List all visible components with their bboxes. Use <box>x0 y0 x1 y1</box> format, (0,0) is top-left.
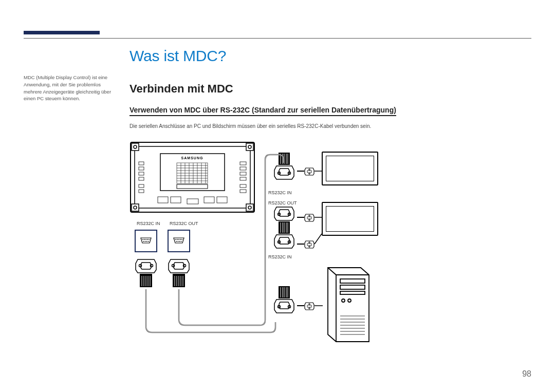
brand-label: SAMSUNG <box>181 156 203 160</box>
body-paragraph: Die seriellen Anschlüsse an PC und Bilds… <box>130 123 371 129</box>
svg-point-129 <box>348 299 351 302</box>
sidebar-note: MDC (Multiple Display Control) ist eine … <box>24 74 116 102</box>
pc-tower-icon <box>322 265 373 347</box>
svg-rect-36 <box>240 177 246 180</box>
svg-rect-35 <box>240 172 246 175</box>
svg-point-8 <box>134 206 137 209</box>
svg-rect-37 <box>240 184 246 188</box>
svg-point-58 <box>176 241 177 242</box>
db9-plug-icon <box>273 234 297 254</box>
svg-rect-28 <box>139 167 144 170</box>
svg-rect-41 <box>204 197 214 203</box>
svg-point-45 <box>144 239 145 240</box>
svg-rect-29 <box>139 172 144 175</box>
heading-level-2: Verbinden mit MDC <box>130 82 233 96</box>
document-page: Was ist MDC? MDC (Multiple Display Contr… <box>0 0 555 392</box>
svg-point-44 <box>142 239 143 240</box>
svg-point-56 <box>180 239 181 240</box>
svg-rect-31 <box>139 184 144 188</box>
svg-point-59 <box>178 241 179 242</box>
port-label-out: RS232C OUT <box>268 200 297 206</box>
port-label-in: RS232C IN <box>268 254 292 259</box>
svg-line-143 <box>314 234 322 244</box>
serial-port-in-icon <box>135 230 157 252</box>
section-tab-marker <box>24 31 100 34</box>
svg-point-7 <box>248 145 251 148</box>
svg-rect-127 <box>340 291 365 294</box>
svg-point-128 <box>342 299 345 302</box>
svg-point-54 <box>177 239 178 240</box>
svg-rect-42 <box>217 197 227 203</box>
port-label-in: RS232C IN <box>268 190 292 195</box>
svg-rect-27 <box>139 162 144 165</box>
svg-rect-63 <box>140 274 152 276</box>
svg-point-9 <box>248 206 251 209</box>
heading-level-3: Verwenden von MDC über RS-232C (Standard… <box>130 106 396 116</box>
svg-point-61 <box>181 241 182 242</box>
svg-rect-72 <box>173 274 185 276</box>
svg-rect-40 <box>171 197 181 203</box>
display-back-panel-icon: SAMSUNG <box>130 141 255 213</box>
monitor-icon <box>322 202 378 236</box>
svg-point-53 <box>175 239 176 240</box>
port-label-in: RS232C IN <box>137 221 160 226</box>
svg-rect-39 <box>158 197 168 203</box>
serial-port-female-icon <box>304 213 314 229</box>
horizontal-rule <box>24 38 531 39</box>
svg-point-60 <box>179 241 180 242</box>
svg-rect-126 <box>340 285 365 289</box>
serial-port-female-icon <box>304 240 314 255</box>
svg-point-49 <box>143 241 144 242</box>
db9-plug-icon <box>273 152 297 190</box>
connection-diagram: SAMSUNG <box>130 141 397 357</box>
svg-point-6 <box>134 145 137 148</box>
serial-port-female-icon <box>304 167 314 182</box>
svg-rect-30 <box>139 177 144 180</box>
db9-plug-icon <box>133 258 159 289</box>
svg-point-52 <box>148 241 149 242</box>
page-number: 98 <box>522 369 531 379</box>
svg-point-48 <box>149 239 150 240</box>
svg-point-50 <box>145 241 146 242</box>
svg-point-57 <box>181 239 182 240</box>
svg-rect-125 <box>340 279 365 283</box>
svg-rect-43 <box>187 199 198 204</box>
svg-point-51 <box>146 241 147 242</box>
monitor-icon <box>322 152 378 185</box>
svg-rect-34 <box>240 167 246 170</box>
svg-rect-26 <box>177 184 208 189</box>
db9-plug-icon <box>273 285 297 323</box>
svg-rect-33 <box>240 162 246 165</box>
page-title: Was ist MDC? <box>130 47 226 65</box>
svg-point-46 <box>145 239 146 240</box>
svg-rect-32 <box>139 190 144 193</box>
serial-port-female-icon <box>304 302 314 317</box>
serial-port-out-icon <box>168 230 190 252</box>
svg-point-55 <box>178 239 179 240</box>
svg-point-47 <box>147 239 148 240</box>
port-label-out: RS232C OUT <box>170 221 198 226</box>
svg-rect-38 <box>240 190 246 193</box>
db9-plug-icon <box>165 258 192 289</box>
